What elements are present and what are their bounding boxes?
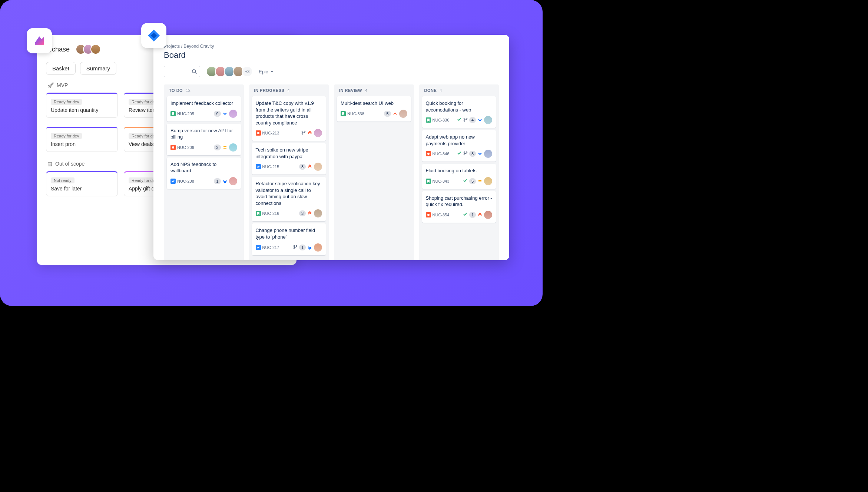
page-title: Board — [164, 50, 499, 60]
count-badge: 5 — [384, 111, 391, 117]
status-tag: Ready for dev — [51, 99, 82, 105]
assignee-avatar[interactable] — [484, 211, 492, 219]
issue-key: NUC-213 — [262, 131, 279, 135]
card-title: Bump version for new API for billing — [170, 127, 237, 140]
tab-summary[interactable]: Summary — [80, 62, 116, 75]
check-icon — [457, 117, 462, 123]
search-input[interactable] — [164, 66, 200, 77]
priority-highest-icon — [307, 164, 312, 169]
back-card[interactable]: Ready for devUpdate item quantity — [46, 93, 118, 118]
story-icon — [426, 179, 431, 184]
card-title: Shoping cart purchasing error - quick fi… — [426, 195, 493, 208]
column-header[interactable]: DONE4 — [422, 88, 496, 93]
jira-card[interactable]: Add NPS feedback to wallboardNUC-2081 — [167, 157, 241, 189]
story-icon — [170, 111, 176, 116]
count-badge: 3 — [469, 151, 476, 157]
priority-highest-icon — [307, 211, 312, 216]
column-header[interactable]: IN PROGRESS4 — [252, 88, 326, 93]
avatar-more[interactable]: +3 — [242, 66, 253, 77]
jira-card[interactable]: Bump version for new API for billingNUC-… — [167, 124, 241, 155]
jira-card[interactable]: Fluid booking on tabletsNUC-3435 — [422, 164, 496, 189]
jira-card[interactable]: Tech spike on new stripe integration wit… — [252, 143, 326, 174]
section-label: MVP — [57, 82, 68, 88]
column-count: 4 — [365, 88, 368, 93]
jira-card[interactable]: Update T&C copy with v1.9 from the write… — [252, 96, 326, 141]
assignee-avatar[interactable] — [229, 143, 237, 152]
tab-basket[interactable]: Basket — [46, 62, 76, 75]
task-icon — [170, 179, 176, 184]
section-label: Out of scope — [55, 161, 85, 167]
rocket-icon — [47, 82, 54, 88]
card-title: Implement feedback collector — [170, 100, 237, 107]
app-icon-left — [27, 28, 52, 53]
assignee-avatar[interactable] — [314, 163, 322, 171]
column-name: DONE — [424, 88, 437, 93]
svg-point-15 — [427, 153, 430, 155]
svg-point-14 — [464, 120, 465, 122]
assignee-avatar[interactable] — [484, 116, 492, 124]
epic-filter[interactable]: Epic — [259, 69, 274, 74]
count-badge: 9 — [214, 111, 221, 117]
count-badge: 4 — [469, 117, 476, 123]
assignee-avatar[interactable] — [484, 150, 492, 158]
svg-point-11 — [294, 247, 295, 249]
assignee-avatar[interactable] — [484, 177, 492, 185]
assignee-avatar[interactable] — [229, 110, 237, 118]
story-icon — [256, 211, 261, 216]
breadcrumb[interactable]: Projects / Beyond Gravity — [164, 44, 499, 49]
column-name: IN PROGRESS — [254, 88, 285, 93]
priority-high-icon — [392, 111, 398, 116]
task-icon — [256, 245, 261, 250]
priority-lowest-icon — [222, 179, 228, 184]
priority-medium-icon — [477, 179, 483, 184]
assignee-avatar[interactable] — [399, 110, 407, 118]
count-badge: 1 — [299, 245, 306, 250]
count-badge: 3 — [299, 210, 306, 216]
board-avatars: +3 — [206, 66, 253, 77]
svg-point-0 — [192, 70, 196, 73]
issue-key: NUC-354 — [433, 213, 450, 217]
jira-card[interactable]: Implement feedback collectorNUC-2059 — [167, 96, 241, 122]
column: DONE4Quick booking for accomodations - w… — [419, 84, 499, 260]
card-title: Quick booking for accomodations - web — [426, 100, 493, 113]
issue-key: NUC-217 — [262, 245, 279, 250]
assignee-avatar[interactable] — [314, 129, 322, 137]
column-header[interactable]: IN REVIEW4 — [337, 88, 411, 93]
svg-line-1 — [195, 73, 197, 74]
column-name: IN REVIEW — [339, 88, 362, 93]
jira-icon — [141, 23, 166, 48]
check-icon — [463, 212, 468, 218]
back-card[interactable]: Ready for devInsert pron — [46, 127, 118, 152]
story-icon — [426, 117, 431, 123]
svg-point-2 — [172, 146, 174, 149]
priority-low-icon — [477, 151, 483, 156]
svg-point-13 — [466, 118, 467, 119]
back-card[interactable]: Not readySave for later — [46, 171, 118, 196]
assignee-avatar[interactable] — [229, 177, 237, 185]
jira-card[interactable]: Refactor stripe verification key validat… — [252, 177, 326, 221]
bug-icon — [170, 145, 176, 150]
jira-card[interactable]: Adapt web app no new payments providerNU… — [422, 130, 496, 162]
issue-key: NUC-215 — [262, 164, 279, 169]
task-icon — [256, 164, 261, 169]
column-count: 4 — [440, 88, 442, 93]
branch-icon — [463, 150, 468, 157]
column-name: TO DO — [169, 88, 183, 93]
issue-key: NUC-216 — [262, 211, 279, 216]
jira-card[interactable]: Quick booking for accomodations - webNUC… — [422, 96, 496, 128]
issue-key: NUC-205 — [177, 112, 194, 116]
avatar[interactable] — [90, 44, 101, 54]
jira-card[interactable]: Change phone number field type to 'phone… — [252, 223, 326, 255]
priority-highest-icon — [477, 212, 483, 217]
priority-medium-icon — [222, 145, 228, 150]
assignee-avatar[interactable] — [314, 209, 322, 217]
svg-point-6 — [302, 131, 303, 132]
epic-label: Epic — [259, 69, 268, 74]
svg-point-21 — [427, 214, 430, 216]
chevron-down-icon — [270, 70, 274, 73]
assignee-avatar[interactable] — [314, 243, 322, 252]
column-header[interactable]: TO DO12 — [167, 88, 241, 93]
svg-point-12 — [464, 118, 465, 119]
jira-card[interactable]: Shoping cart purchasing error - quick fi… — [422, 191, 496, 223]
jira-card[interactable]: Multi-dest search UI webNUC-3385 — [337, 96, 411, 122]
